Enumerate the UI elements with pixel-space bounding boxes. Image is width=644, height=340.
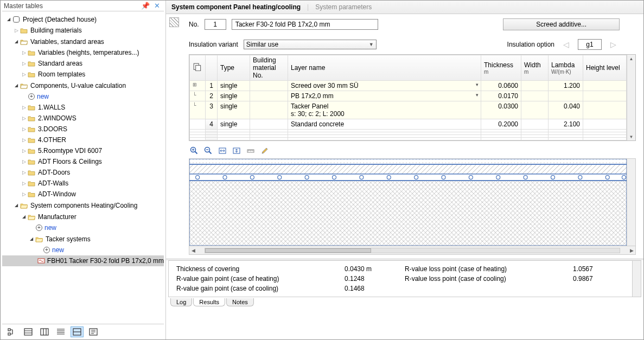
tree-standard-areas[interactable]: Standard areas [2, 58, 164, 69]
tab-panel-heating-cooling[interactable]: System component Panel heating/cooling [171, 2, 301, 12]
cell-material[interactable] [250, 81, 288, 91]
cell-lambda[interactable] [549, 91, 583, 101]
cell-lambda[interactable]: 0.040 [549, 101, 583, 119]
col-height[interactable]: Height level [583, 55, 627, 81]
prev-option-button[interactable]: ◁ [560, 40, 572, 49]
tree-adt-walls[interactable]: ADT-Walls [2, 178, 164, 189]
cell-material[interactable] [250, 119, 288, 130]
view-list-button[interactable] [54, 326, 67, 337]
tab-results[interactable]: Results [193, 298, 225, 306]
tree-tacker-systems[interactable]: Tacker systems [2, 233, 164, 245]
tree-variables-standard[interactable]: Variables, standard areas [2, 36, 164, 47]
cell-width[interactable] [521, 101, 549, 119]
cell-layer[interactable]: Standard concrete [288, 119, 481, 130]
tree-adt-floors[interactable]: ADT Floors & Ceilings [2, 156, 164, 167]
tree-walls[interactable]: 1.WALLS [2, 102, 164, 113]
tree-roomtype[interactable]: 5.Roomtype VDI 6007 [2, 145, 164, 156]
cell-thickness[interactable]: 0.0300 [481, 101, 521, 119]
row-handle[interactable] [190, 119, 206, 130]
zoom-in-button[interactable] [189, 145, 200, 156]
tree-variables-heights[interactable]: Variables (heights, temperatures...) [2, 47, 164, 58]
chevron-down-icon[interactable]: ▾ [476, 82, 479, 87]
table-row[interactable]: └2singlePB 17x2,0 mm▾0.0170 [190, 91, 627, 101]
tree-adt-window[interactable]: ADT-Window [2, 189, 164, 200]
col-material[interactable]: Building material No. [250, 55, 288, 81]
tree-components-uvalue[interactable]: Components, U-value calculation [2, 80, 164, 91]
view-layers-button[interactable] [22, 326, 35, 337]
cell-lambda[interactable]: 1.200 [549, 81, 583, 91]
results-scrollbar[interactable] [632, 261, 641, 297]
cell-layer[interactable]: Tacker Panel s: 30; c: 2; L: 2000 [288, 101, 481, 119]
table-row[interactable]: 4singleStandard concrete0.20002.100 [190, 119, 627, 130]
tree-windows[interactable]: 2.WINDOWS [2, 113, 164, 124]
cell-layer[interactable]: PB 17x2,0 mm▾ [288, 91, 481, 101]
tree-view[interactable]: Project (Detached house) Building materi… [2, 11, 164, 324]
view-split-button[interactable] [71, 326, 84, 337]
zoom-out-button[interactable] [203, 145, 214, 156]
row-handle[interactable]: └ [190, 91, 206, 101]
hatch-toggle-icon[interactable] [169, 17, 179, 27]
insulation-variant-select[interactable]: Similar use ▼ [244, 40, 377, 49]
cell-thickness[interactable]: 0.0600 [481, 81, 521, 91]
row-handle-header[interactable] [190, 55, 206, 81]
grid-vertical-scrollbar[interactable]: ▲▼ [627, 55, 635, 140]
cell-type[interactable]: single [218, 119, 250, 130]
row-handle[interactable]: └ [190, 101, 206, 119]
tree-project[interactable]: Project (Detached house) [2, 14, 164, 25]
tab-system-parameters[interactable]: System parameters [315, 2, 372, 12]
cell-lambda[interactable]: 2.100 [549, 119, 583, 130]
tree-room-templates[interactable]: Room templates [2, 69, 164, 80]
table-row[interactable]: └3singleTacker Panel s: 30; c: 2; L: 200… [190, 101, 627, 119]
cell-thickness[interactable]: 0.2000 [481, 119, 521, 130]
tree-manufacturer[interactable]: Manufacturer [2, 211, 164, 222]
cell-height[interactable] [583, 81, 627, 91]
tree-adt-doors[interactable]: ADT-Doors [2, 167, 164, 178]
name-input[interactable] [232, 19, 378, 30]
tree-selected-item[interactable]: FBH01 Tacker F30-2 fold PB 17x2,0 mm [2, 255, 164, 266]
tree-building-materials[interactable]: Building materials [2, 25, 164, 36]
col-index[interactable] [206, 55, 218, 81]
table-row[interactable]: ⊞1singleScreed over 30 mm SÜ▾0.06001.200 [190, 81, 627, 91]
col-layer[interactable]: Layer name [288, 55, 481, 81]
drawing-horizontal-scrollbar[interactable]: ◀▶ [189, 246, 635, 254]
view-columns-button[interactable] [38, 326, 51, 337]
cell-material[interactable] [250, 101, 288, 119]
cell-layer[interactable]: Screed over 30 mm SÜ▾ [288, 81, 481, 91]
cell-height[interactable] [583, 119, 627, 130]
view-detail-button[interactable] [87, 326, 100, 337]
view-tree-button[interactable] [5, 326, 18, 337]
cell-type[interactable]: single [218, 91, 250, 101]
col-lambda[interactable]: LambdaW/(m·K) [549, 55, 583, 81]
tree-sys-components[interactable]: System components Heating/Cooling [2, 200, 164, 211]
chevron-down-icon[interactable]: ▾ [476, 92, 479, 98]
fit-width-button[interactable] [217, 145, 228, 156]
tree-new[interactable]: +new [2, 245, 164, 255]
cell-type[interactable]: single [218, 101, 250, 119]
tree-doors[interactable]: 3.DOORS [2, 124, 164, 134]
tab-notes[interactable]: Notes [226, 298, 254, 306]
close-icon[interactable]: ✕ [152, 2, 162, 10]
next-option-button[interactable]: ▷ [607, 40, 620, 49]
ruler-button[interactable] [245, 145, 256, 156]
screed-additive-button[interactable]: Screed additive... [503, 18, 620, 30]
edit-button[interactable] [259, 145, 270, 156]
cell-material[interactable] [250, 91, 288, 101]
fit-height-button[interactable] [231, 145, 242, 156]
tree-other[interactable]: 4.OTHER [2, 134, 164, 145]
col-width[interactable]: Widthm [521, 55, 549, 81]
section-drawing[interactable] [189, 159, 627, 246]
col-thickness[interactable]: Thicknessm [481, 55, 521, 81]
cell-height[interactable] [583, 91, 627, 101]
cell-height[interactable] [583, 101, 627, 119]
cell-width[interactable] [521, 91, 549, 101]
cell-width[interactable] [521, 81, 549, 91]
tab-log[interactable]: Log [170, 298, 192, 306]
row-handle[interactable]: ⊞ [190, 81, 206, 91]
pin-icon[interactable]: 📌 [139, 2, 152, 10]
tree-new[interactable]: + new [2, 91, 164, 102]
tree-new[interactable]: +new [2, 222, 164, 233]
table-row-empty[interactable] [190, 138, 627, 140]
insulation-option-value[interactable]: g1 [578, 39, 602, 50]
drawing-vertical-scrollbar[interactable] [627, 159, 635, 246]
col-type[interactable]: Type [218, 55, 250, 81]
